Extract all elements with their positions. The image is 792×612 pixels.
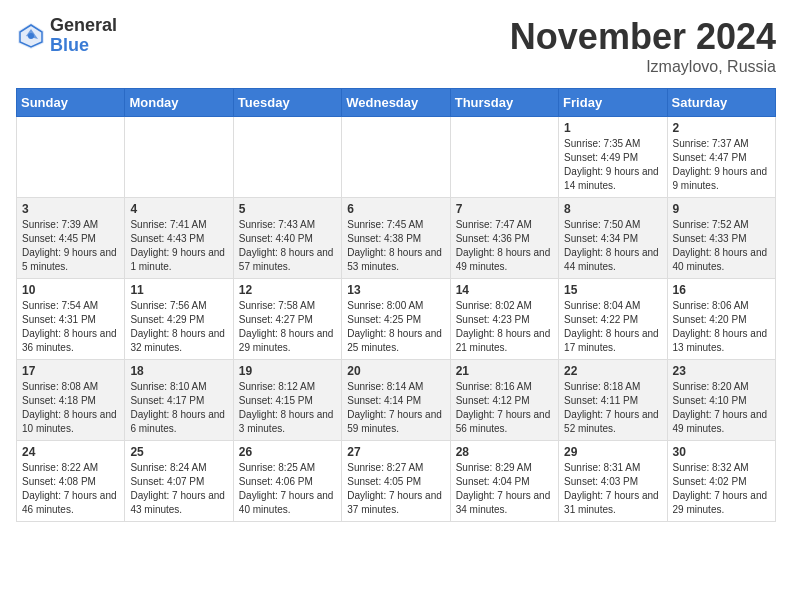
day-number: 15 xyxy=(564,283,661,297)
logo: General Blue xyxy=(16,16,117,56)
day-info: Sunrise: 7:54 AMSunset: 4:31 PMDaylight:… xyxy=(22,299,119,355)
day-number: 13 xyxy=(347,283,444,297)
day-info: Sunrise: 7:45 AMSunset: 4:38 PMDaylight:… xyxy=(347,218,444,274)
day-number: 11 xyxy=(130,283,227,297)
location: Izmaylovo, Russia xyxy=(510,58,776,76)
day-number: 10 xyxy=(22,283,119,297)
day-cell: 24Sunrise: 8:22 AMSunset: 4:08 PMDayligh… xyxy=(17,441,125,522)
day-cell: 23Sunrise: 8:20 AMSunset: 4:10 PMDayligh… xyxy=(667,360,775,441)
day-cell xyxy=(342,117,450,198)
day-number: 12 xyxy=(239,283,336,297)
day-cell: 4Sunrise: 7:41 AMSunset: 4:43 PMDaylight… xyxy=(125,198,233,279)
day-number: 4 xyxy=(130,202,227,216)
day-cell: 2Sunrise: 7:37 AMSunset: 4:47 PMDaylight… xyxy=(667,117,775,198)
day-number: 29 xyxy=(564,445,661,459)
page-header: General Blue November 2024 Izmaylovo, Ru… xyxy=(16,16,776,76)
day-number: 22 xyxy=(564,364,661,378)
day-cell: 28Sunrise: 8:29 AMSunset: 4:04 PMDayligh… xyxy=(450,441,558,522)
day-cell: 26Sunrise: 8:25 AMSunset: 4:06 PMDayligh… xyxy=(233,441,341,522)
day-info: Sunrise: 8:25 AMSunset: 4:06 PMDaylight:… xyxy=(239,461,336,517)
day-cell: 1Sunrise: 7:35 AMSunset: 4:49 PMDaylight… xyxy=(559,117,667,198)
logo-text: General Blue xyxy=(50,16,117,56)
day-cell: 14Sunrise: 8:02 AMSunset: 4:23 PMDayligh… xyxy=(450,279,558,360)
day-info: Sunrise: 8:22 AMSunset: 4:08 PMDaylight:… xyxy=(22,461,119,517)
title-block: November 2024 Izmaylovo, Russia xyxy=(510,16,776,76)
svg-point-2 xyxy=(28,33,34,39)
day-number: 7 xyxy=(456,202,553,216)
day-number: 2 xyxy=(673,121,770,135)
day-cell: 16Sunrise: 8:06 AMSunset: 4:20 PMDayligh… xyxy=(667,279,775,360)
day-number: 25 xyxy=(130,445,227,459)
day-cell: 15Sunrise: 8:04 AMSunset: 4:22 PMDayligh… xyxy=(559,279,667,360)
day-cell: 12Sunrise: 7:58 AMSunset: 4:27 PMDayligh… xyxy=(233,279,341,360)
day-cell: 5Sunrise: 7:43 AMSunset: 4:40 PMDaylight… xyxy=(233,198,341,279)
month-title: November 2024 xyxy=(510,16,776,58)
header-saturday: Saturday xyxy=(667,89,775,117)
day-info: Sunrise: 8:10 AMSunset: 4:17 PMDaylight:… xyxy=(130,380,227,436)
week-row-5: 24Sunrise: 8:22 AMSunset: 4:08 PMDayligh… xyxy=(17,441,776,522)
day-cell: 29Sunrise: 8:31 AMSunset: 4:03 PMDayligh… xyxy=(559,441,667,522)
day-info: Sunrise: 8:04 AMSunset: 4:22 PMDaylight:… xyxy=(564,299,661,355)
day-info: Sunrise: 7:52 AMSunset: 4:33 PMDaylight:… xyxy=(673,218,770,274)
day-cell: 27Sunrise: 8:27 AMSunset: 4:05 PMDayligh… xyxy=(342,441,450,522)
day-number: 26 xyxy=(239,445,336,459)
day-info: Sunrise: 8:08 AMSunset: 4:18 PMDaylight:… xyxy=(22,380,119,436)
day-info: Sunrise: 8:24 AMSunset: 4:07 PMDaylight:… xyxy=(130,461,227,517)
day-info: Sunrise: 8:12 AMSunset: 4:15 PMDaylight:… xyxy=(239,380,336,436)
day-cell: 22Sunrise: 8:18 AMSunset: 4:11 PMDayligh… xyxy=(559,360,667,441)
day-info: Sunrise: 7:41 AMSunset: 4:43 PMDaylight:… xyxy=(130,218,227,274)
day-info: Sunrise: 7:37 AMSunset: 4:47 PMDaylight:… xyxy=(673,137,770,193)
day-number: 8 xyxy=(564,202,661,216)
day-number: 5 xyxy=(239,202,336,216)
day-info: Sunrise: 7:47 AMSunset: 4:36 PMDaylight:… xyxy=(456,218,553,274)
day-info: Sunrise: 8:02 AMSunset: 4:23 PMDaylight:… xyxy=(456,299,553,355)
day-number: 9 xyxy=(673,202,770,216)
day-cell: 9Sunrise: 7:52 AMSunset: 4:33 PMDaylight… xyxy=(667,198,775,279)
header-tuesday: Tuesday xyxy=(233,89,341,117)
day-number: 19 xyxy=(239,364,336,378)
day-info: Sunrise: 8:20 AMSunset: 4:10 PMDaylight:… xyxy=(673,380,770,436)
day-cell xyxy=(233,117,341,198)
day-info: Sunrise: 8:18 AMSunset: 4:11 PMDaylight:… xyxy=(564,380,661,436)
day-number: 17 xyxy=(22,364,119,378)
day-cell xyxy=(450,117,558,198)
day-info: Sunrise: 8:06 AMSunset: 4:20 PMDaylight:… xyxy=(673,299,770,355)
day-cell xyxy=(17,117,125,198)
header-wednesday: Wednesday xyxy=(342,89,450,117)
day-number: 23 xyxy=(673,364,770,378)
day-info: Sunrise: 7:35 AMSunset: 4:49 PMDaylight:… xyxy=(564,137,661,193)
logo-general: General xyxy=(50,16,117,36)
day-info: Sunrise: 7:39 AMSunset: 4:45 PMDaylight:… xyxy=(22,218,119,274)
day-cell: 18Sunrise: 8:10 AMSunset: 4:17 PMDayligh… xyxy=(125,360,233,441)
day-info: Sunrise: 7:58 AMSunset: 4:27 PMDaylight:… xyxy=(239,299,336,355)
day-number: 16 xyxy=(673,283,770,297)
day-number: 6 xyxy=(347,202,444,216)
day-info: Sunrise: 8:16 AMSunset: 4:12 PMDaylight:… xyxy=(456,380,553,436)
day-info: Sunrise: 8:32 AMSunset: 4:02 PMDaylight:… xyxy=(673,461,770,517)
day-info: Sunrise: 8:27 AMSunset: 4:05 PMDaylight:… xyxy=(347,461,444,517)
day-info: Sunrise: 8:31 AMSunset: 4:03 PMDaylight:… xyxy=(564,461,661,517)
week-row-3: 10Sunrise: 7:54 AMSunset: 4:31 PMDayligh… xyxy=(17,279,776,360)
day-number: 21 xyxy=(456,364,553,378)
day-info: Sunrise: 8:14 AMSunset: 4:14 PMDaylight:… xyxy=(347,380,444,436)
day-cell: 17Sunrise: 8:08 AMSunset: 4:18 PMDayligh… xyxy=(17,360,125,441)
logo-icon xyxy=(16,21,46,51)
week-row-2: 3Sunrise: 7:39 AMSunset: 4:45 PMDaylight… xyxy=(17,198,776,279)
day-number: 18 xyxy=(130,364,227,378)
header-sunday: Sunday xyxy=(17,89,125,117)
day-cell xyxy=(125,117,233,198)
day-cell: 6Sunrise: 7:45 AMSunset: 4:38 PMDaylight… xyxy=(342,198,450,279)
day-cell: 19Sunrise: 8:12 AMSunset: 4:15 PMDayligh… xyxy=(233,360,341,441)
day-cell: 3Sunrise: 7:39 AMSunset: 4:45 PMDaylight… xyxy=(17,198,125,279)
day-info: Sunrise: 8:00 AMSunset: 4:25 PMDaylight:… xyxy=(347,299,444,355)
day-number: 3 xyxy=(22,202,119,216)
day-info: Sunrise: 7:56 AMSunset: 4:29 PMDaylight:… xyxy=(130,299,227,355)
day-number: 14 xyxy=(456,283,553,297)
week-row-4: 17Sunrise: 8:08 AMSunset: 4:18 PMDayligh… xyxy=(17,360,776,441)
header-monday: Monday xyxy=(125,89,233,117)
day-cell: 25Sunrise: 8:24 AMSunset: 4:07 PMDayligh… xyxy=(125,441,233,522)
day-cell: 13Sunrise: 8:00 AMSunset: 4:25 PMDayligh… xyxy=(342,279,450,360)
week-row-1: 1Sunrise: 7:35 AMSunset: 4:49 PMDaylight… xyxy=(17,117,776,198)
day-cell: 21Sunrise: 8:16 AMSunset: 4:12 PMDayligh… xyxy=(450,360,558,441)
day-number: 24 xyxy=(22,445,119,459)
